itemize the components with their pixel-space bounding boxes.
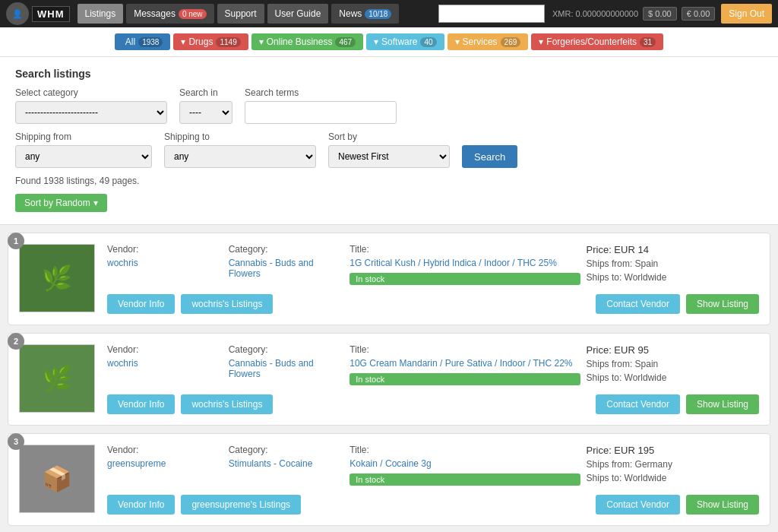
found-text: Found 1938 listings, 49 pages. bbox=[15, 176, 763, 186]
price-text: Price: EUR 195 bbox=[587, 445, 759, 456]
cat-tab-forgeries[interactable]: ▾ Forgeries/Counterfeits31 bbox=[531, 33, 663, 50]
cat-tab-services[interactable]: ▾ Services269 bbox=[448, 33, 529, 50]
category-label: Category: bbox=[229, 445, 344, 455]
title-col: Title: 1G Critical Kush / Hybrid Indica … bbox=[349, 244, 580, 285]
category-select[interactable]: ------------------------ bbox=[15, 101, 167, 124]
vendor-link[interactable]: wochris bbox=[107, 258, 223, 268]
vendor-label: Vendor: bbox=[107, 344, 223, 355]
search-terms-input[interactable] bbox=[245, 101, 397, 124]
support-nav-btn[interactable]: Support bbox=[217, 4, 264, 24]
listing-info-grid: Vendor: wochris Category: Cannabis - Bud… bbox=[107, 244, 759, 285]
show-listing-button[interactable]: Show Listing bbox=[686, 394, 759, 414]
category-tabs: All1938▾ Drugs1149▾ Online Business467▾ … bbox=[0, 27, 778, 57]
search-form-row1: Select category ------------------------… bbox=[15, 87, 763, 124]
stock-badge: In stock bbox=[349, 273, 580, 285]
category-link[interactable]: Cannabis - Buds and Flowers bbox=[229, 258, 344, 279]
listing-number: 1 bbox=[8, 233, 24, 249]
cat-tab-count-online: 467 bbox=[335, 37, 356, 47]
title-link[interactable]: 1G Critical Kush / Hybrid Indica / Indoo… bbox=[349, 258, 580, 268]
cat-tab-prefix-forgeries: ▾ bbox=[539, 36, 543, 47]
cat-tab-software[interactable]: ▾ Software40 bbox=[366, 33, 444, 50]
vendor-listings-button[interactable]: wochris's Listings bbox=[181, 394, 273, 414]
messages-nav-btn[interactable]: Messages 0 new bbox=[126, 4, 213, 24]
sort-by-select[interactable]: Newest First bbox=[328, 145, 450, 168]
cat-tab-prefix-drugs: ▾ bbox=[181, 36, 185, 47]
title-link[interactable]: 10G Cream Mandarin / Pure Sativa / Indoo… bbox=[349, 358, 580, 369]
cat-tab-label-drugs: Drugs bbox=[188, 36, 213, 47]
listing-content: 🌿 Vendor: wochris Category: Cannabis - B… bbox=[19, 244, 759, 314]
search-terms-label: Search terms bbox=[245, 87, 397, 98]
vendor-info-button[interactable]: Vendor Info bbox=[107, 294, 175, 314]
brand: 👤 WHM bbox=[6, 2, 70, 25]
search-results-info: Found 1938 listings, 49 pages. Sort by R… bbox=[15, 176, 763, 212]
vendor-listings-button[interactable]: greensupreme's Listings bbox=[181, 495, 301, 515]
category-link[interactable]: Stimulants - Cocaine bbox=[229, 458, 344, 469]
cat-tab-label-services: Services bbox=[463, 36, 498, 47]
vendor-link[interactable]: wochris bbox=[107, 358, 223, 369]
listing-details: Vendor: wochris Category: Cannabis - Bud… bbox=[107, 244, 759, 314]
cat-tab-online[interactable]: ▾ Online Business467 bbox=[251, 33, 363, 50]
listing-card: 1 🌿 Vendor: wochris Category: Cannabis -… bbox=[8, 233, 770, 325]
cat-tab-label-online: Online Business bbox=[267, 36, 333, 47]
search-form-row2: Shipping from any Shipping to any Sort b… bbox=[15, 131, 763, 168]
listing-actions: Vendor Info greensupreme's Listings Cont… bbox=[107, 495, 759, 515]
stock-badge: In stock bbox=[349, 473, 580, 486]
cat-tab-label-software: Software bbox=[381, 36, 417, 47]
listing-details: Vendor: greensupreme Category: Stimulant… bbox=[107, 445, 759, 515]
contact-vendor-button[interactable]: Contact Vendor bbox=[596, 495, 680, 515]
listings-nav-btn[interactable]: Listings bbox=[77, 4, 124, 24]
price-col: Price: EUR 195 Ships from: Germany Ships… bbox=[587, 445, 759, 486]
search-in-select[interactable]: ---- bbox=[179, 101, 232, 124]
cat-tab-drugs[interactable]: ▾ Drugs1149 bbox=[173, 33, 248, 50]
contact-vendor-button[interactable]: Contact Vendor bbox=[596, 394, 680, 414]
sign-out-button[interactable]: Sign Out bbox=[721, 4, 772, 24]
show-listing-button[interactable]: Show Listing bbox=[686, 495, 759, 515]
news-badge: 10/18 bbox=[365, 9, 391, 19]
contact-vendor-button[interactable]: Contact Vendor bbox=[596, 294, 680, 314]
vendor-col: Vendor: wochris bbox=[107, 244, 223, 285]
title-label: Title: bbox=[349, 445, 580, 455]
vendor-info-button[interactable]: Vendor Info bbox=[107, 495, 175, 515]
userguide-nav-btn[interactable]: User Guide bbox=[267, 4, 329, 24]
price-text: Price: EUR 95 bbox=[587, 344, 759, 356]
cat-tab-label-forgeries: Forgeries/Counterfeits bbox=[546, 36, 637, 47]
shipping-to-field: Shipping to any bbox=[164, 131, 316, 168]
category-link[interactable]: Cannabis - Buds and Flowers bbox=[229, 358, 344, 379]
cat-tab-prefix-services: ▾ bbox=[455, 36, 460, 47]
vendor-col: Vendor: wochris bbox=[107, 344, 223, 385]
brand-logo: WHM bbox=[32, 6, 70, 22]
shipping-from-label: Shipping from bbox=[15, 131, 152, 142]
sort-random-label: Sort by Random bbox=[24, 198, 90, 208]
category-label: Category: bbox=[229, 244, 344, 255]
title-col: Title: 10G Cream Mandarin / Pure Sativa … bbox=[349, 344, 580, 385]
category-col: Category: Stimulants - Cocaine bbox=[229, 445, 344, 486]
title-link[interactable]: Kokain / Cocaine 3g bbox=[349, 458, 580, 469]
shipping-from-select[interactable]: any bbox=[15, 145, 152, 168]
cat-tab-all[interactable]: All1938 bbox=[115, 33, 171, 50]
nav-search-input[interactable] bbox=[438, 5, 545, 23]
vendor-label: Vendor: bbox=[107, 244, 223, 255]
title-label: Title: bbox=[349, 344, 580, 355]
vendor-listings-button[interactable]: wochris's Listings bbox=[181, 294, 273, 314]
vendor-info-button[interactable]: Vendor Info bbox=[107, 394, 175, 414]
show-listing-button[interactable]: Show Listing bbox=[686, 294, 759, 314]
news-nav-btn[interactable]: News 10/18 bbox=[331, 4, 399, 24]
shipping-from-field: Shipping from any bbox=[15, 131, 152, 168]
ships-to-text: Ships to: Worldwide bbox=[587, 272, 759, 283]
ships-from-text: Ships from: Spain bbox=[587, 359, 759, 369]
vendor-col: Vendor: greensupreme bbox=[107, 445, 223, 486]
search-button[interactable]: Search bbox=[462, 145, 517, 168]
ships-to-text: Ships to: Worldwide bbox=[587, 473, 759, 483]
cat-tab-label-all: All bbox=[125, 36, 135, 47]
messages-badge: 0 new bbox=[179, 9, 207, 19]
ships-to-text: Ships to: Worldwide bbox=[587, 372, 759, 383]
shipping-to-select[interactable]: any bbox=[164, 145, 316, 168]
xmr-balance: XMR: 0.000000000000 bbox=[552, 9, 638, 18]
listing-info-grid: Vendor: wochris Category: Cannabis - Bud… bbox=[107, 344, 759, 385]
vendor-link[interactable]: greensupreme bbox=[107, 458, 223, 469]
ships-from-text: Ships from: Germany bbox=[587, 459, 759, 470]
listing-number: 3 bbox=[8, 433, 24, 450]
search-section: Search listings Select category --------… bbox=[0, 57, 778, 225]
cat-tab-count-drugs: 1149 bbox=[216, 37, 240, 47]
sort-random-button[interactable]: Sort by Random ▾ bbox=[15, 194, 107, 212]
